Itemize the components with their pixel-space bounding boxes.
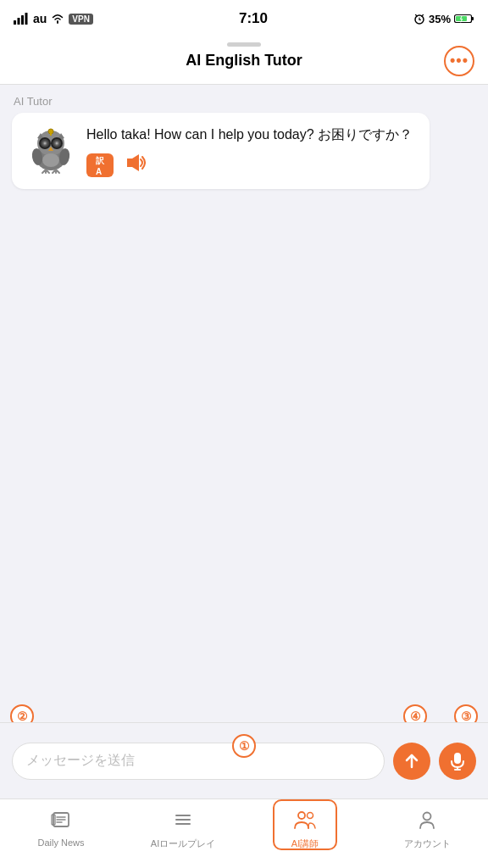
audio-button[interactable] (122, 153, 146, 177)
svg-marker-26 (127, 154, 139, 171)
nav-item-ai-roleplay[interactable]: AIロールプレイ (122, 806, 244, 854)
bubble-actions: 訳A (86, 153, 416, 177)
sender-label: AI Tutor (14, 95, 476, 108)
svg-rect-23 (50, 131, 52, 136)
app-title: AI English Tutor (186, 52, 302, 70)
ai-roleplay-icon (173, 810, 193, 835)
svg-rect-6 (472, 17, 474, 20)
svg-point-38 (298, 812, 305, 819)
nav-item-account[interactable]: アカウント (366, 806, 488, 854)
more-button[interactable]: ••• (444, 46, 474, 76)
vpn-badge: VPN (69, 14, 93, 25)
bot-avatar (25, 125, 76, 175)
chat-container: AI Tutor (0, 85, 488, 722)
svg-rect-1 (18, 18, 20, 25)
bubble-content: Hello taka! How can I help you today? お困… (86, 125, 416, 177)
alarm-icon (413, 13, 425, 25)
nav-label-ai-tutor: AI講師 (291, 837, 319, 850)
bot-message-bubble: Hello taka! How can I help you today? お困… (12, 113, 430, 189)
svg-point-40 (424, 813, 431, 821)
mic-icon (449, 752, 466, 771)
chat-area: AI Tutor (0, 85, 488, 199)
status-right: 35% (413, 13, 474, 25)
svg-rect-2 (21, 15, 24, 25)
nav-label-ai-roleplay: AIロールプレイ (151, 837, 215, 850)
status-bar: au VPN 7:10 35% (0, 0, 488, 37)
daily-news-icon (51, 810, 71, 835)
message-input[interactable]: メッセージを送信 (12, 743, 385, 780)
nav-label-daily-news: Daily News (37, 837, 84, 848)
send-button[interactable] (393, 743, 430, 780)
message-input-placeholder: メッセージを送信 (26, 752, 135, 770)
battery-icon (454, 14, 474, 24)
svg-point-18 (44, 142, 47, 145)
svg-point-21 (42, 153, 59, 167)
svg-point-39 (308, 813, 313, 819)
wifi-icon (51, 14, 64, 24)
bot-message-text: Hello taka! How can I help you today? お困… (86, 125, 416, 145)
account-icon (417, 810, 437, 835)
callout-badge-1: ① (232, 734, 256, 758)
signal-icon (14, 13, 29, 25)
app-header: AI English Tutor ••• (0, 37, 488, 85)
translate-button[interactable]: 訳A (86, 153, 114, 177)
status-left: au VPN (14, 12, 93, 25)
ai-tutor-icon (293, 810, 317, 835)
audio-icon (122, 153, 146, 172)
drag-handle (227, 42, 261, 47)
status-time: 7:10 (239, 10, 268, 27)
nav-item-daily-news[interactable]: Daily News (0, 806, 122, 851)
bottom-nav: Daily News AIロールプレイ AI講師 (0, 798, 488, 868)
owl-avatar-image (25, 125, 76, 175)
svg-rect-27 (454, 753, 461, 764)
send-icon (402, 752, 421, 771)
battery-percent: 35% (429, 13, 451, 25)
nav-label-account: アカウント (404, 837, 451, 850)
svg-rect-3 (25, 13, 28, 25)
mic-button[interactable] (439, 743, 476, 780)
svg-point-19 (56, 142, 58, 145)
svg-rect-0 (14, 20, 16, 25)
nav-item-ai-tutor[interactable]: AI講師 (244, 806, 366, 854)
carrier-label: au (33, 12, 47, 25)
